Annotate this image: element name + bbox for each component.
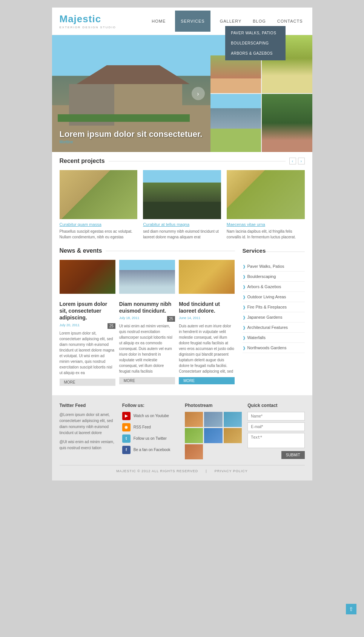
news-items-row: Lorem ipsum dolor sit, consectetuer adip… xyxy=(60,301,235,386)
project-card-1: Curabitur quam massa Phasellus suscipit … xyxy=(60,170,138,240)
news-services-section: News & events Lorem ipsum dolor sit, con… xyxy=(60,247,305,390)
chevron-icon-6: ❱ xyxy=(243,325,246,330)
separator: | xyxy=(206,469,207,473)
service-item-3[interactable]: ❱ Outdoor Living Areas xyxy=(243,292,305,302)
nav-gallery[interactable]: GALLERY xyxy=(218,17,244,25)
chevron-icon-3: ❱ xyxy=(243,295,246,299)
news-headline-3: Mod tincidunt ut laoreet dolore. xyxy=(179,301,235,314)
social-twitter[interactable]: t Follow us on Twitter xyxy=(122,434,179,443)
recent-projects-title: Recent projects xyxy=(60,158,105,164)
footer-bottom: MAJESTIC © 2012 ALL RIGHTS RESERVED | PR… xyxy=(60,465,305,473)
project-card-2: Curabitur at tellus magna sed diam nonum… xyxy=(143,170,221,240)
social-facebook[interactable]: f Be a fan on Facebook xyxy=(122,446,179,454)
footer-twitter: Twitter Feed @Lorem ipsum dolor sit amet… xyxy=(60,403,117,459)
news-image-3 xyxy=(179,260,235,294)
project-nav-arrows: ‹ › xyxy=(289,158,305,164)
chevron-icon-8: ❱ xyxy=(243,346,246,350)
nav-blog[interactable]: BLOG xyxy=(251,17,268,25)
photo-6[interactable] xyxy=(224,428,242,443)
news-image-2 xyxy=(119,260,175,294)
chevron-icon-1: ❱ xyxy=(243,275,246,279)
photo-4[interactable] xyxy=(185,428,203,443)
rss-icon: ◉ xyxy=(122,423,131,431)
service-item-1[interactable]: ❱ Boulderscaping xyxy=(243,272,305,282)
photo-2[interactable] xyxy=(204,412,222,427)
service-item-2[interactable]: ❱ Arbors & Gazebos xyxy=(243,282,305,292)
privacy-link[interactable]: PRIVACY POLICY xyxy=(215,469,248,473)
project-title-1[interactable]: Curabitur quam massa xyxy=(60,222,138,227)
nav-services[interactable]: SERVICES xyxy=(175,11,210,32)
news-date-1: July 20, 2011 xyxy=(60,323,80,327)
services-dropdown: PAVER WALKS, PATIOS BOULDERSCAPING ARBOR… xyxy=(225,26,286,60)
twitter-icon: t xyxy=(122,434,131,443)
project-prev-arrow[interactable]: ‹ xyxy=(289,158,296,164)
nav-home[interactable]: HOME xyxy=(150,17,167,25)
news-text-2: Ut wisi enim ad minim veniam, quis nostr… xyxy=(119,323,175,374)
service-item-0[interactable]: ❱ Paver Walks, Patios xyxy=(243,261,305,272)
news-text-1: Lorem ipsum dolor sit, consectetuer adip… xyxy=(60,330,115,376)
photo-7[interactable] xyxy=(185,444,203,459)
news-item-3: Mod tincidunt ut laoreet dolore. June 14… xyxy=(179,301,235,386)
service-item-4[interactable]: ❱ Fire Pits & Fireplaces xyxy=(243,302,305,312)
project-next-arrow[interactable]: › xyxy=(298,158,305,164)
photo-1[interactable] xyxy=(185,412,203,427)
hero-next-arrow[interactable]: › xyxy=(192,87,205,100)
news-divider xyxy=(106,251,235,251)
footer: Twitter Feed @Lorem ipsum dolor sit amet… xyxy=(52,395,312,480)
service-item-8[interactable]: ❱ Northwoods Gardens xyxy=(243,343,305,353)
logo: Majestic EXTERIOR DESIGN STUDIO xyxy=(60,13,116,29)
news-header: News & events xyxy=(60,247,235,254)
contact-name-input[interactable] xyxy=(247,412,304,421)
hero-link[interactable]: Morttine xyxy=(60,140,73,144)
footer-grid: Twitter Feed @Lorem ipsum dolor sit amet… xyxy=(60,403,305,459)
hero-title: Lorem ipsum dolor sit consectetuer. xyxy=(60,129,203,139)
photo-3[interactable] xyxy=(224,412,242,427)
project-desc-1: Phasellus suscipit egestas eros ac volut… xyxy=(60,229,138,240)
dropdown-item-arbors[interactable]: ARBORS & GAZEBOS xyxy=(225,48,286,58)
dropdown-item-boulder[interactable]: BOULDERSCAPING xyxy=(225,38,286,48)
news-date-3: June 14, 2011 xyxy=(179,316,200,320)
dropdown-item-paver[interactable]: PAVER WALKS, PATIOS xyxy=(225,28,286,38)
news-headline-1: Lorem ipsum dolor sit, consectetuer adip… xyxy=(60,301,115,321)
news-badge-2: 25 xyxy=(167,316,175,322)
logo-title: Majestic xyxy=(60,13,116,25)
news-item-2: Diam nonummy nibh euismod tincidunt. Jul… xyxy=(119,301,175,386)
hero-caption: Lorem ipsum dolor sit consectetuer. Mort… xyxy=(60,129,203,144)
news-more-1[interactable]: MORE xyxy=(60,379,115,386)
news-text-3: Duis autem vel eum iriure dolor in hendr… xyxy=(179,323,235,374)
main-nav: HOME SERVICES GALLERY BLOG CONTACTS PAVE… xyxy=(150,16,304,26)
services-column: Services ❱ Paver Walks, Patios ❱ Boulder… xyxy=(243,247,305,390)
projects-grid: Curabitur quam massa Phasellus suscipit … xyxy=(60,170,305,240)
news-more-3[interactable]: MORE xyxy=(179,377,235,384)
chevron-icon-4: ❱ xyxy=(243,305,246,309)
hero-thumb-3[interactable] xyxy=(210,94,261,152)
contact-email-input[interactable] xyxy=(247,422,304,431)
header: Majestic EXTERIOR DESIGN STUDIO HOME SER… xyxy=(52,8,312,35)
social-youtube[interactable]: ▶ Watch us on Youtube xyxy=(122,412,179,420)
footer-social: Follow us: ▶ Watch us on Youtube ◉ RSS F… xyxy=(122,403,179,459)
services-title: Services xyxy=(243,247,266,254)
footer-quick-contact: Quick contact SUBMIT xyxy=(247,403,304,459)
news-headline-2: Diam nonummy nibh euismod tincidunt. xyxy=(119,301,175,314)
hero-thumb-4[interactable] xyxy=(262,94,312,152)
hero-main-image: Lorem ipsum dolor sit consectetuer. Mort… xyxy=(52,35,210,152)
project-title-2[interactable]: Curabitur at tellus magna xyxy=(143,222,221,227)
social-rss[interactable]: ◉ RSS Feed xyxy=(122,423,179,431)
contact-text-input[interactable] xyxy=(247,433,304,448)
service-item-7[interactable]: ❱ Waterfalls xyxy=(243,333,305,343)
news-date-2: July 18, 2011 xyxy=(119,316,140,320)
news-badge-1: 25 xyxy=(108,323,115,329)
news-more-2[interactable]: MORE xyxy=(119,377,175,384)
project-title-3[interactable]: Maecenas vitae urna xyxy=(227,222,305,227)
nav-contacts[interactable]: CONTACTS xyxy=(275,17,305,25)
section-divider xyxy=(109,161,286,161)
twitter-title: Twitter Feed xyxy=(60,403,117,408)
facebook-icon: f xyxy=(122,446,131,454)
contact-submit-button[interactable]: SUBMIT xyxy=(281,451,305,459)
photo-5[interactable] xyxy=(204,428,222,443)
project-desc-3: Nam lacinia dapibus elit, id fringilla f… xyxy=(227,229,305,240)
chevron-icon-2: ❱ xyxy=(243,285,246,289)
service-item-6[interactable]: ❱ Architectural Features xyxy=(243,322,305,333)
chevron-icon-7: ❱ xyxy=(243,336,246,340)
service-item-5[interactable]: ❱ Japanese Gardens xyxy=(243,312,305,322)
